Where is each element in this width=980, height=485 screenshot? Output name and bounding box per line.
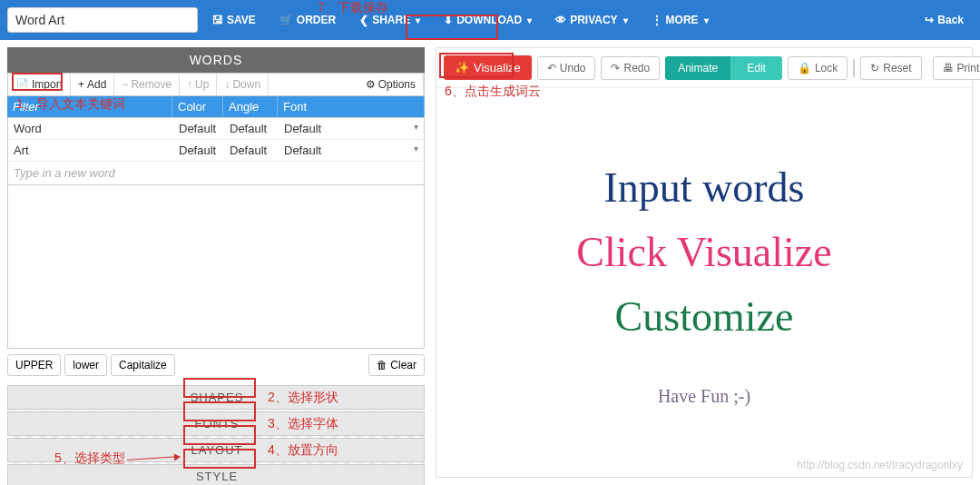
up-icon: ↑ [187, 78, 192, 91]
undo-icon: ↶ [547, 62, 556, 74]
annotation: 3、选择字体 [268, 416, 338, 432]
trash-icon: 🗑 [377, 359, 387, 371]
canvas-toolbar: ✨Visualize ↶Undo ↷Redo Animate Edit 🔒Loc… [436, 48, 972, 88]
canvas: Input words Click Visualize Customize Ha… [436, 94, 972, 477]
capitalize-button[interactable]: Capitalize [111, 354, 175, 376]
table-body: Word Default Default Default Art Default… [7, 117, 425, 185]
annotation: 6、点击生成词云 [445, 84, 541, 100]
table-row[interactable]: Word Default Default Default [8, 118, 424, 140]
redo-button[interactable]: ↷Redo [601, 56, 660, 80]
undo-button[interactable]: ↶Undo [537, 56, 596, 80]
up-button[interactable]: ↑Up [180, 74, 217, 95]
back-button[interactable]: ↪Back [916, 8, 973, 32]
save-button[interactable]: 🖫SAVE [203, 8, 265, 32]
col-font[interactable]: Font [278, 96, 425, 117]
print-icon: 🖶 [943, 62, 954, 74]
annotation: 2、选择形状 [268, 390, 338, 406]
down-icon: ↓ [224, 78, 230, 91]
new-word-input[interactable]: Type in a new word [8, 162, 424, 184]
col-angle[interactable]: Angle [223, 96, 278, 117]
privacy-button[interactable]: 👁PRIVACY [546, 8, 636, 32]
canvas-panel: ✨Visualize ↶Undo ↷Redo Animate Edit 🔒Loc… [436, 47, 973, 478]
options-button[interactable]: ⚙Options [358, 74, 424, 95]
back-icon: ↪ [925, 14, 934, 26]
annotation-box [183, 425, 256, 445]
chevron-down-icon [622, 14, 628, 26]
lock-button[interactable]: 🔒Lock [788, 56, 848, 80]
animate-button[interactable]: Animate [665, 56, 730, 80]
add-button[interactable]: +Add [71, 74, 114, 95]
annotation-box [183, 401, 256, 421]
case-row: UPPER lower Capitalize 🗑 Clear [7, 349, 425, 381]
save-icon: 🖫 [212, 14, 223, 26]
minus-icon: − [122, 78, 128, 91]
eye-icon: 👁 [555, 14, 566, 26]
more-icon: ⋮ [652, 14, 662, 26]
edit-button[interactable]: Edit [730, 56, 782, 80]
annotation-box [439, 53, 514, 78]
color-swatch[interactable] [853, 59, 855, 77]
lock-icon: 🔒 [798, 62, 811, 74]
canvas-text-fun: Have Fun ;-) [658, 386, 750, 407]
annotation-box [406, 15, 498, 40]
annotation-box [183, 378, 256, 398]
title-input[interactable] [7, 7, 198, 33]
watermark: http://blog.csdn.net/tracydragonlxy [797, 459, 963, 471]
annotation-box [183, 449, 256, 469]
cart-icon: 🛒 [279, 14, 293, 26]
plus-icon: + [78, 78, 84, 91]
redo-icon: ↷ [611, 62, 620, 74]
annotation-box [12, 73, 63, 91]
reset-icon: ↻ [870, 62, 879, 74]
annotation: 4、放置方向 [268, 442, 338, 459]
col-color[interactable]: Color [172, 96, 223, 117]
lower-button[interactable]: lower [64, 354, 107, 376]
reset-button[interactable]: ↻Reset [860, 56, 921, 80]
print-button[interactable]: 🖶Print [933, 56, 980, 80]
words-header: WORDS [7, 47, 425, 73]
more-button[interactable]: ⋮MORE [642, 8, 718, 32]
table-empty [7, 185, 425, 349]
clear-button[interactable]: 🗑 Clear [368, 354, 425, 376]
annotation: 1、导入文本关键词 [16, 96, 125, 113]
remove-button[interactable]: −Remove [114, 74, 180, 95]
chevron-down-icon [702, 14, 709, 26]
annotation: 7、下载保存 [318, 0, 388, 16]
canvas-text-1: Input words [603, 163, 804, 212]
canvas-text-2: Click Visualize [576, 228, 831, 276]
table-row[interactable]: Art Default Default Default [8, 140, 424, 162]
down-button[interactable]: ↓Down [217, 74, 269, 95]
canvas-text-3: Customize [615, 292, 794, 341]
chevron-down-icon [525, 14, 532, 26]
words-toolbar: 📄Import +Add −Remove ↑Up ↓Down ⚙Options [7, 73, 425, 96]
gear-icon: ⚙ [366, 78, 376, 91]
annotation: 5、选择类型 [54, 450, 125, 467]
upper-button[interactable]: UPPER [7, 354, 61, 376]
